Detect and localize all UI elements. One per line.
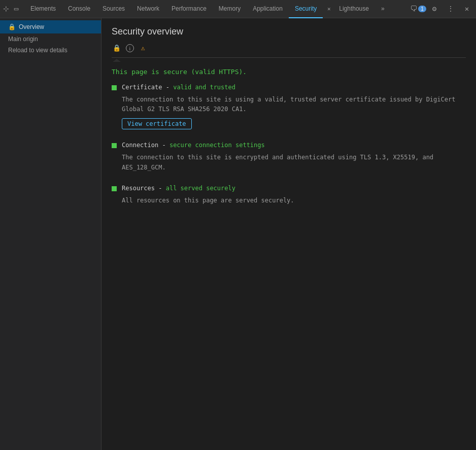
resources-green-square [112, 186, 117, 191]
content-inner: Security overview 🔒 i ⚠ This page is sec… [101, 18, 476, 226]
certificate-title: Certificate - valid and trusted [122, 84, 235, 91]
tab-security-close[interactable]: ✕ [325, 5, 333, 13]
devtools-icons: ⊹ ▭ [2, 5, 20, 13]
sidebar-item-overview[interactable]: 🔒 Overview [0, 20, 101, 33]
security-info-icon[interactable]: i [126, 44, 134, 52]
view-certificate-button[interactable]: View certificate [122, 118, 192, 129]
connection-section: Connection - secure connection settings … [112, 142, 466, 172]
certificate-body: The connection to this site is using a v… [112, 95, 466, 129]
more-btn[interactable]: ⋮ [444, 2, 458, 16]
resources-body: All resources on this page are served se… [112, 196, 466, 205]
certificate-green-square [112, 85, 117, 90]
certificate-accent: valid and trusted [173, 84, 235, 91]
tab-bar: ⊹ ▭ Elements Console Sources Network Per… [0, 0, 476, 18]
devtools-select-icon[interactable]: ⊹ [2, 5, 10, 13]
resources-body-text: All resources on this page are served se… [122, 197, 294, 204]
settings-btn[interactable]: ⚙ [427, 2, 441, 16]
content-area: Security overview 🔒 i ⚠ This page is sec… [101, 18, 476, 450]
certificate-header: Certificate - valid and trusted [112, 84, 466, 91]
connection-prefix: Connection - [122, 142, 169, 149]
tab-performance[interactable]: Performance [165, 0, 213, 18]
sidebar: 🔒 Overview Main origin Reload to view de… [0, 18, 101, 450]
devtools-device-icon[interactable]: ▭ [12, 5, 20, 13]
connection-body: The connection to this site is encrypted… [112, 153, 466, 172]
triangle-indicator [113, 59, 121, 62]
sidebar-item-reload[interactable]: Reload to view details [0, 45, 101, 56]
console-badge-btn[interactable]: 🗨 1 [411, 2, 425, 16]
connection-green-square [112, 143, 117, 148]
security-lock-icon[interactable]: 🔒 [112, 43, 122, 53]
console-badge: 1 [418, 6, 426, 12]
resources-title: Resources - all served securely [122, 185, 235, 192]
sidebar-item-main-origin[interactable]: Main origin [0, 33, 101, 45]
tab-lighthouse[interactable]: Lighthouse [333, 0, 375, 18]
tab-security[interactable]: Security [289, 0, 323, 18]
tab-bar-right: 🗨 1 ⚙ ⋮ ✕ [411, 2, 474, 16]
resources-section: Resources - all served securely All reso… [112, 185, 466, 205]
certificate-section: Certificate - valid and trusted The conn… [112, 84, 466, 129]
resources-prefix: Resources - [122, 185, 166, 192]
connection-body-text: The connection to this site is encrypted… [122, 154, 433, 170]
resources-header: Resources - all served securely [112, 185, 466, 192]
tab-security-container: Security ✕ [289, 0, 333, 18]
page-title: Security overview [112, 26, 466, 37]
status-text: This page is secure (valid HTTPS). [112, 68, 466, 76]
connection-header: Connection - secure connection settings [112, 142, 466, 149]
sidebar-lock-icon: 🔒 [8, 23, 16, 30]
tab-console[interactable]: Console [62, 0, 96, 18]
connection-accent: secure connection settings [169, 142, 265, 149]
security-warning-icon[interactable]: ⚠ [138, 43, 148, 53]
connection-title: Connection - secure connection settings [122, 142, 265, 149]
tab-sources[interactable]: Sources [96, 0, 131, 18]
tab-network[interactable]: Network [131, 0, 165, 18]
sidebar-overview-label: Overview [19, 23, 44, 30]
security-icons-row: 🔒 i ⚠ [112, 43, 466, 58]
console-icon: 🗨 [410, 5, 417, 13]
certificate-prefix: Certificate - [122, 84, 173, 91]
close-btn[interactable]: ✕ [460, 2, 474, 16]
tab-memory[interactable]: Memory [213, 0, 247, 18]
resources-accent: all served securely [166, 185, 235, 192]
certificate-body-text: The connection to this site is using a v… [122, 96, 455, 113]
tab-elements[interactable]: Elements [24, 0, 62, 18]
tab-overflow[interactable]: » [375, 0, 391, 18]
main-layout: 🔒 Overview Main origin Reload to view de… [0, 18, 476, 450]
tab-application[interactable]: Application [247, 0, 289, 18]
